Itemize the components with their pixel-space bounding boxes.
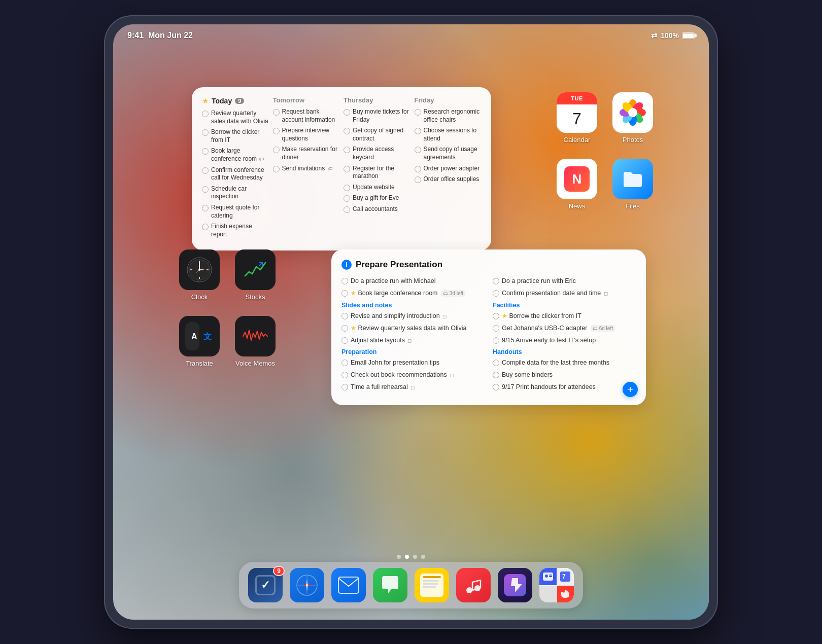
mail-icon (331, 568, 366, 602)
task-item[interactable]: Prepare interview questions (273, 127, 340, 142)
news-app[interactable]: N News (557, 159, 597, 210)
cardhop-dock-icon[interactable]: 7 (539, 568, 574, 602)
pres-task[interactable]: Get Johanna's USB-C adapter 🗂 6d left (493, 324, 636, 333)
task-circle (415, 109, 421, 116)
pres-task[interactable]: Buy some binders (493, 371, 636, 379)
messages-dock-icon[interactable] (373, 568, 407, 602)
task-item[interactable]: Send copy of usage agreements (415, 146, 482, 161)
files-folder-svg (621, 167, 645, 191)
pres-left-col: Do a practice run with Michael ★ Book la… (341, 277, 485, 395)
task-text: Borrow the clicker from IT (211, 128, 269, 144)
task-text: Confirm conference call for Wednesday (211, 166, 269, 182)
task-item[interactable]: Buy movie tickets for Friday (344, 108, 410, 124)
ipad-screen: 9:41 Mon Jun 22 ⇄ 100% ★ Today (113, 24, 709, 620)
pres-task[interactable]: Confirm presentation date and time ◻ (493, 289, 636, 298)
task-item[interactable]: Register for the marathon (344, 165, 410, 181)
pres-circle (341, 337, 348, 344)
svg-point-34 (306, 584, 308, 586)
task-circle (344, 185, 350, 191)
pres-task[interactable]: Revise and simplify introduction ◻ (341, 312, 485, 320)
pres-task[interactable]: ★ Book large conference room 🗂 3d left (341, 289, 485, 298)
task-item[interactable]: Buy a gift for Eve (344, 194, 410, 202)
task-circle (344, 166, 350, 172)
task-item[interactable]: Update website (344, 184, 410, 192)
pres-text: Buy some binders (502, 371, 553, 379)
pres-task[interactable]: Email John for presentation tips (341, 359, 485, 367)
task-circle (202, 148, 209, 155)
svg-text:文: 文 (203, 332, 212, 341)
safari-dock-icon[interactable] (290, 568, 324, 602)
today-badge: 9 (235, 98, 244, 104)
task-item[interactable]: Book large conference room 🏷 (202, 147, 269, 163)
task-item[interactable]: Choose sessions to attend (415, 127, 482, 142)
task-item[interactable]: Make reservation for dinner (273, 146, 340, 161)
pres-task[interactable]: ★ Review quarterly sales data with Olivi… (341, 324, 485, 333)
page-dot-2[interactable] (405, 555, 409, 559)
pres-text: 9/17 Print handouts for attendees (502, 383, 596, 391)
pres-add-button[interactable]: + (623, 382, 638, 397)
task-item[interactable]: Borrow the clicker from IT (202, 128, 269, 144)
translate-app[interactable]: A 文 Translate (179, 316, 220, 367)
task-item[interactable]: Request quote for catering (202, 204, 269, 220)
dock: 9 (239, 562, 583, 609)
pres-task[interactable]: Adjust slide layouts ◻ (341, 336, 485, 345)
photos-app[interactable]: Photos (612, 92, 653, 144)
news-icon: N (557, 159, 597, 199)
omnifocus-dock-icon[interactable]: 9 (248, 568, 283, 602)
pres-task[interactable]: Time a full rehearsal ◻ (341, 383, 485, 391)
task-item[interactable]: Order office supplies (415, 175, 482, 184)
task-item[interactable]: Finish expense report (202, 223, 269, 238)
notes-dock-icon[interactable] (415, 568, 449, 602)
task-circle (415, 166, 421, 172)
svg-rect-46 (549, 576, 552, 577)
calendar-app[interactable]: TUE 7 Calendar (557, 92, 597, 144)
app-grid-top: TUE 7 Calendar (557, 92, 653, 210)
task-item[interactable]: Request bank account information (273, 108, 340, 124)
voice-memos-app[interactable]: Voice Memos (235, 316, 276, 367)
voice-memos-svg (241, 322, 269, 350)
page-dot-1[interactable] (397, 555, 401, 559)
task-item[interactable]: Get copy of signed contract (344, 127, 410, 142)
task-item[interactable]: Call accountants (344, 205, 410, 213)
messages-svg (379, 574, 401, 596)
task-circle (273, 166, 280, 172)
pres-task[interactable]: 9/17 Print handouts for attendees (493, 383, 636, 391)
task-item[interactable]: Confirm conference call for Wednesday (202, 166, 269, 182)
voice-memos-label: Voice Memos (235, 360, 275, 367)
pres-task[interactable]: 9/15 Arrive early to test IT's setup (493, 336, 636, 345)
pres-task[interactable]: ★ Borrow the clicker from IT (493, 312, 636, 320)
pres-text: Revise and simplify introduction ◻ (351, 312, 447, 320)
safari-svg (296, 574, 318, 596)
page-dot-3[interactable] (413, 555, 417, 559)
stocks-app[interactable]: Stocks (235, 249, 276, 301)
today-title: Today (212, 97, 232, 105)
shortcuts-dock-icon[interactable] (498, 568, 532, 602)
pres-task[interactable]: Do a practice run with Michael (341, 277, 485, 285)
pres-text: 9/15 Arrive early to test IT's setup (502, 336, 596, 345)
pres-task[interactable]: Check out book recommendations ◻ (341, 371, 485, 379)
translate-label: Translate (186, 360, 213, 367)
task-item[interactable]: Send invitations 🏷 (273, 165, 340, 173)
stocks-label: Stocks (245, 293, 265, 301)
calendar-day-number: 7 (557, 104, 597, 133)
page-dot-4[interactable] (421, 555, 425, 559)
task-item[interactable]: Review quarterly sales data with Olivia (202, 110, 269, 125)
clock-app[interactable]: Clock (179, 249, 220, 301)
friday-header: Friday (415, 96, 482, 104)
task-item[interactable]: Schedule car inspection (202, 185, 269, 201)
clock-icon (179, 249, 220, 290)
task-item[interactable]: Research ergonomic office chairs (415, 108, 482, 124)
pres-task[interactable]: Compile data for the last three months (493, 359, 636, 367)
task-circle (344, 147, 350, 153)
pres-circle (341, 290, 348, 297)
pres-task[interactable]: Do a practice run with Eric (493, 277, 636, 285)
task-item[interactable]: Order power adapter (415, 165, 482, 173)
pres-text: Email John for presentation tips (351, 359, 439, 367)
files-app[interactable]: Files (612, 159, 653, 210)
music-dock-icon[interactable] (456, 568, 491, 602)
task-item[interactable]: Provide access keycard (344, 146, 410, 161)
mail-dock-icon[interactable] (331, 568, 366, 602)
tomorrow-header: Tomorrow (273, 96, 340, 104)
calendar-label: Calendar (564, 136, 591, 144)
task-text: Prepare interview questions (282, 127, 340, 142)
